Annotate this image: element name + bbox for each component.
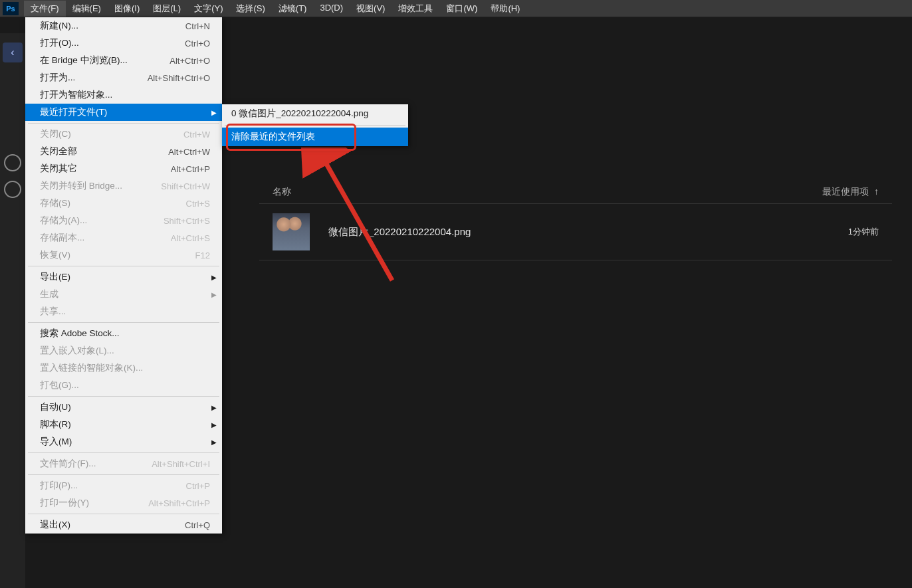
menu-item-shortcut: Alt+Shift+Ctrl+O — [148, 73, 210, 83]
menu-item-shortcut: Alt+Ctrl+W — [168, 147, 210, 157]
menu-item-label: 存储为(A)... — [40, 215, 87, 227]
menu-image[interactable]: 图像(I) — [108, 1, 146, 17]
menu-select[interactable]: 选择(S) — [229, 1, 271, 17]
menu-item[interactable]: 在 Bridge 中浏览(B)...Alt+Ctrl+O — [25, 52, 222, 69]
submenu-item[interactable]: 0 微信图片_20220210222004.png — [222, 104, 408, 123]
submenu-arrow-icon: ▶ — [211, 109, 217, 116]
menu-item-shortcut: Ctrl+W — [183, 130, 210, 140]
back-icon[interactable]: ‹ — [3, 43, 23, 62]
menu-item[interactable]: 导出(E)▶ — [25, 268, 222, 286]
menu-item: 打印(P)...Ctrl+P — [25, 477, 222, 494]
menu-item-shortcut: Ctrl+Q — [185, 520, 210, 530]
column-name[interactable]: 名称 — [273, 186, 786, 198]
menu-item-label: 自动(U) — [40, 401, 71, 413]
menu-item-shortcut: Ctrl+O — [185, 39, 210, 49]
menu-edit[interactable]: 编辑(E) — [66, 1, 108, 17]
table-header: 名称 最近使用项 ↑ — [259, 173, 892, 204]
menu-item[interactable]: 打开为...Alt+Shift+Ctrl+O — [25, 69, 222, 86]
menu-item[interactable]: 打开(O)...Ctrl+O — [25, 35, 222, 52]
menu-item-shortcut: F12 — [195, 250, 210, 260]
menu-plugins[interactable]: 增效工具 — [392, 1, 439, 17]
menu-separator — [28, 474, 219, 475]
menu-item[interactable]: 脚本(R)▶ — [25, 416, 222, 433]
menu-item: 置入链接的智能对象(K)... — [25, 359, 222, 377]
menu-item-shortcut: Alt+Ctrl+S — [171, 233, 210, 243]
submenu-item[interactable]: 清除最近的文件列表 — [222, 128, 408, 146]
menu-item-label: 搜索 Adobe Stock... — [40, 328, 120, 340]
column-recent[interactable]: 最近使用项 ↑ — [786, 186, 879, 198]
menu-3d[interactable]: 3D(D) — [313, 1, 350, 17]
file-time-label: 1分钟前 — [786, 226, 879, 238]
menubar: Ps 文件(F)编辑(E)图像(I)图层(L)文字(Y)选择(S)滤镜(T)3D… — [0, 0, 912, 17]
menu-file[interactable]: 文件(F) — [24, 1, 66, 17]
menu-filter[interactable]: 滤镜(T) — [272, 1, 314, 17]
menu-item-label: 关闭(C) — [40, 128, 71, 140]
menu-item[interactable]: 关闭其它Alt+Ctrl+P — [25, 160, 222, 177]
menu-item[interactable]: 最近打开文件(T)▶ — [25, 104, 222, 121]
menu-item-shortcut: Ctrl+P — [186, 481, 210, 491]
file-row[interactable]: 微信图片_20220210222004.png1分钟前 — [259, 204, 892, 260]
submenu-arrow-icon: ▶ — [211, 291, 217, 298]
menu-separator — [28, 322, 219, 323]
menu-item: 置入嵌入对象(L)... — [25, 342, 222, 359]
menu-item: 存储(S)Ctrl+S — [25, 195, 222, 212]
menu-item-label: 恢复(V) — [40, 249, 70, 261]
menu-item-label: 文件简介(F)... — [40, 458, 96, 470]
menu-item[interactable]: 导入(M)▶ — [25, 433, 222, 450]
menu-item[interactable]: 打开为智能对象... — [25, 86, 222, 104]
menu-item-label: 置入链接的智能对象(K)... — [40, 362, 143, 374]
menu-item-label: 生成 — [40, 288, 58, 300]
menu-item[interactable]: 新建(N)...Ctrl+N — [25, 17, 222, 35]
menu-item-label: 脚本(R) — [40, 419, 71, 431]
menu-item: 打包(G)... — [25, 377, 222, 394]
menu-item-label: 最近打开文件(T) — [40, 106, 107, 118]
menu-item-label: 打开为智能对象... — [40, 89, 112, 101]
menu-item[interactable]: 关闭全部Alt+Ctrl+W — [25, 143, 222, 160]
menu-item-shortcut: Shift+Ctrl+W — [161, 181, 210, 191]
menu-separator — [28, 123, 219, 124]
menu-item-label: 共享... — [40, 306, 66, 318]
recent-files-content: 名称 最近使用项 ↑ 微信图片_20220210222004.png1分钟前 — [259, 173, 892, 260]
submenu-arrow-icon: ▶ — [211, 439, 217, 446]
menu-item[interactable]: 搜索 Adobe Stock... — [25, 325, 222, 342]
submenu-arrow-icon: ▶ — [211, 274, 217, 281]
menu-separator — [225, 125, 405, 126]
menu-item[interactable]: 退出(X)Ctrl+Q — [25, 516, 222, 534]
menu-item-label: 导入(M) — [40, 436, 72, 448]
menu-item-label: 打包(G)... — [40, 379, 79, 391]
tool-circle-2[interactable] — [4, 181, 21, 198]
menu-separator — [28, 266, 219, 266]
menu-item-label: 打印(P)... — [40, 480, 78, 492]
submenu-arrow-icon: ▶ — [211, 421, 217, 429]
menu-item-label: 存储(S) — [40, 197, 70, 209]
menu-layer[interactable]: 图层(L) — [146, 1, 187, 17]
menu-item: 共享... — [25, 303, 222, 320]
menu-item-shortcut: Ctrl+S — [186, 199, 210, 209]
menu-item[interactable]: 自动(U)▶ — [25, 399, 222, 416]
menu-text[interactable]: 文字(Y) — [187, 1, 229, 17]
menu-window[interactable]: 窗口(W) — [439, 1, 484, 17]
recent-files-submenu: 0 微信图片_20220210222004.png清除最近的文件列表 — [222, 104, 408, 146]
menu-item-label: 打开(O)... — [40, 37, 79, 49]
menu-item-shortcut: Alt+Ctrl+O — [170, 56, 210, 66]
menu-item: 关闭并转到 Bridge...Shift+Ctrl+W — [25, 177, 222, 195]
submenu-arrow-icon: ▶ — [211, 404, 217, 411]
menu-help[interactable]: 帮助(H) — [484, 1, 526, 17]
file-thumbnail — [273, 213, 310, 250]
left-toolbar: ‹ — [0, 33, 25, 588]
menu-item-label: 关闭全部 — [40, 146, 77, 157]
tool-circle-1[interactable] — [4, 154, 21, 171]
menu-item-label: 退出(X) — [40, 519, 70, 531]
menu-separator — [28, 452, 219, 453]
menu-item: 关闭(C)Ctrl+W — [25, 126, 222, 143]
menu-view[interactable]: 视图(V) — [350, 1, 392, 17]
menu-item: 存储副本...Alt+Ctrl+S — [25, 229, 222, 246]
menu-item-shortcut: Ctrl+N — [185, 21, 210, 31]
menu-item-label: 置入嵌入对象(L)... — [40, 345, 114, 357]
app-logo: Ps — [3, 2, 19, 15]
menu-item: 生成▶ — [25, 286, 222, 303]
menu-item-shortcut: Alt+Shift+Ctrl+P — [148, 498, 210, 508]
menu-item-label: 导出(E) — [40, 271, 70, 283]
file-menu-dropdown: 新建(N)...Ctrl+N打开(O)...Ctrl+O在 Bridge 中浏览… — [25, 17, 222, 534]
menu-item-label: 存储副本... — [40, 232, 84, 244]
